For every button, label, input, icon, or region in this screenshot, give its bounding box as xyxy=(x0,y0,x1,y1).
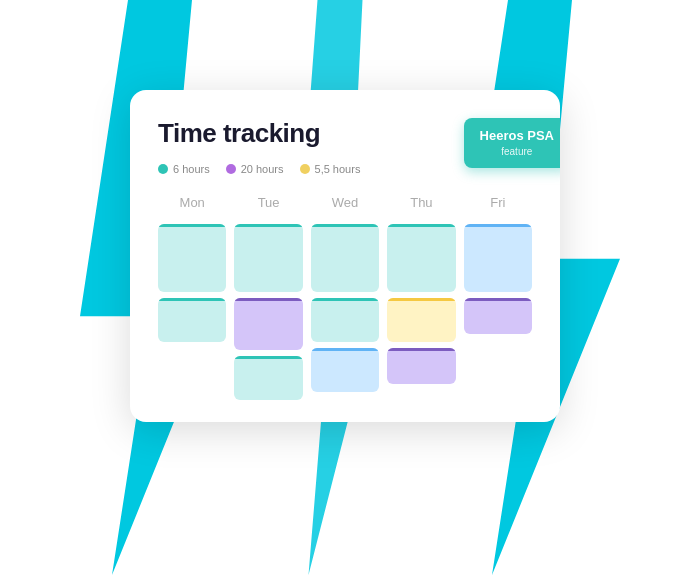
block-wed-3 xyxy=(311,348,379,392)
block-fri-1 xyxy=(464,224,532,292)
day-header-wed: Wed xyxy=(311,195,379,216)
day-header-tue: Tue xyxy=(234,195,302,216)
psa-badge: Heeros PSA feature xyxy=(464,118,560,168)
block-tue-2 xyxy=(234,298,302,350)
legend-label-2: 20 hours xyxy=(241,163,284,175)
col-mon xyxy=(158,224,226,400)
block-tue-1 xyxy=(234,224,302,292)
col-fri xyxy=(464,224,532,400)
col-wed xyxy=(311,224,379,400)
psa-badge-title: Heeros PSA xyxy=(480,128,554,143)
day-header-fri: Fri xyxy=(464,195,532,216)
legend-dot-3 xyxy=(300,164,310,174)
legend-item-1: 6 hours xyxy=(158,163,210,175)
day-header-thu: Thu xyxy=(387,195,455,216)
legend-item-3: 5,5 hours xyxy=(300,163,361,175)
day-header-mon: Mon xyxy=(158,195,226,216)
block-fri-2 xyxy=(464,298,532,334)
block-mon-2 xyxy=(158,298,226,342)
block-thu-3 xyxy=(387,348,455,384)
legend-label-3: 5,5 hours xyxy=(315,163,361,175)
block-tue-3 xyxy=(234,356,302,400)
legend-dot-2 xyxy=(226,164,236,174)
psa-badge-subtitle: feature xyxy=(480,145,554,158)
calendar-grid: Mon Tue Wed Thu Fri xyxy=(158,195,532,400)
time-tracking-card: Heeros PSA feature Time tracking 6 hours… xyxy=(130,90,560,422)
block-thu-1 xyxy=(387,224,455,292)
block-thu-2 xyxy=(387,298,455,342)
legend-label-1: 6 hours xyxy=(173,163,210,175)
block-wed-1 xyxy=(311,224,379,292)
legend-dot-1 xyxy=(158,164,168,174)
col-thu xyxy=(387,224,455,400)
legend-item-2: 20 hours xyxy=(226,163,284,175)
col-tue xyxy=(234,224,302,400)
block-wed-2 xyxy=(311,298,379,342)
block-mon-1 xyxy=(158,224,226,292)
